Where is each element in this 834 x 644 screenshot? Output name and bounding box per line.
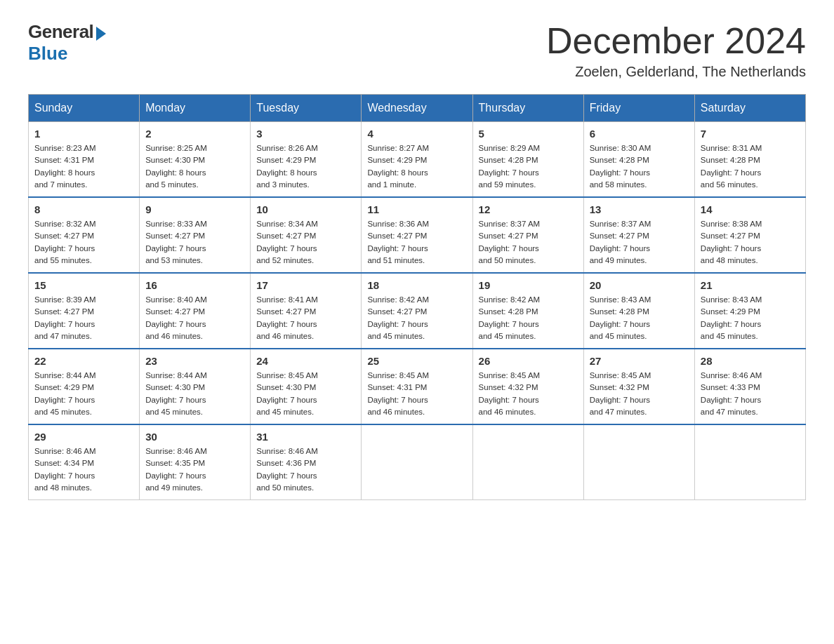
day-info: Sunrise: 8:38 AM Sunset: 4:27 PM Dayligh…: [701, 218, 800, 267]
day-info: Sunrise: 8:33 AM Sunset: 4:27 PM Dayligh…: [145, 218, 244, 267]
day-number: 16: [145, 279, 244, 291]
month-title: December 2024: [546, 21, 806, 61]
page-header: General Blue December 2024 Zoelen, Gelde…: [28, 21, 806, 80]
logo-arrow-icon: [96, 27, 106, 41]
calendar-day-cell: 3Sunrise: 8:26 AM Sunset: 4:29 PM Daylig…: [251, 122, 362, 198]
day-info: Sunrise: 8:34 AM Sunset: 4:27 PM Dayligh…: [256, 218, 355, 267]
calendar-day-cell: 6Sunrise: 8:30 AM Sunset: 4:28 PM Daylig…: [583, 122, 694, 198]
calendar-day-cell: 9Sunrise: 8:33 AM Sunset: 4:27 PM Daylig…: [140, 197, 251, 273]
day-number: 14: [701, 203, 800, 215]
day-number: 4: [367, 128, 466, 140]
day-number: 2: [145, 128, 244, 140]
logo-general-text: General: [28, 21, 93, 43]
day-info: Sunrise: 8:42 AM Sunset: 4:27 PM Dayligh…: [367, 294, 466, 342]
day-number: 1: [34, 128, 133, 140]
calendar-day-cell: 4Sunrise: 8:27 AM Sunset: 4:29 PM Daylig…: [362, 122, 472, 198]
calendar-week-row: 15Sunrise: 8:39 AM Sunset: 4:27 PM Dayli…: [29, 273, 806, 349]
calendar-day-cell: [694, 424, 805, 500]
day-number: 10: [256, 203, 355, 215]
day-info: Sunrise: 8:37 AM Sunset: 4:27 PM Dayligh…: [479, 218, 578, 267]
day-number: 22: [34, 355, 133, 367]
day-number: 29: [34, 431, 133, 443]
day-info: Sunrise: 8:27 AM Sunset: 4:29 PM Dayligh…: [367, 142, 466, 191]
calendar-day-cell: 24Sunrise: 8:45 AM Sunset: 4:30 PM Dayli…: [251, 349, 362, 424]
calendar-day-cell: 18Sunrise: 8:42 AM Sunset: 4:27 PM Dayli…: [362, 273, 472, 349]
day-info: Sunrise: 8:45 AM Sunset: 4:30 PM Dayligh…: [256, 370, 355, 418]
calendar-day-header: Monday: [140, 95, 251, 122]
day-info: Sunrise: 8:46 AM Sunset: 4:36 PM Dayligh…: [256, 445, 355, 494]
calendar-week-row: 1Sunrise: 8:23 AM Sunset: 4:31 PM Daylig…: [29, 122, 806, 198]
calendar-day-cell: 13Sunrise: 8:37 AM Sunset: 4:27 PM Dayli…: [583, 197, 694, 273]
day-info: Sunrise: 8:42 AM Sunset: 4:28 PM Dayligh…: [479, 294, 578, 342]
calendar-day-cell: 23Sunrise: 8:44 AM Sunset: 4:30 PM Dayli…: [140, 349, 251, 424]
day-info: Sunrise: 8:37 AM Sunset: 4:27 PM Dayligh…: [590, 218, 689, 267]
day-number: 19: [479, 279, 578, 291]
calendar-week-row: 22Sunrise: 8:44 AM Sunset: 4:29 PM Dayli…: [29, 349, 806, 424]
day-info: Sunrise: 8:46 AM Sunset: 4:35 PM Dayligh…: [145, 445, 244, 494]
calendar-day-cell: 21Sunrise: 8:43 AM Sunset: 4:29 PM Dayli…: [694, 273, 805, 349]
calendar-day-cell: 22Sunrise: 8:44 AM Sunset: 4:29 PM Dayli…: [29, 349, 140, 424]
calendar-day-cell: 1Sunrise: 8:23 AM Sunset: 4:31 PM Daylig…: [29, 122, 140, 198]
calendar-day-cell: [583, 424, 694, 500]
calendar-day-cell: 14Sunrise: 8:38 AM Sunset: 4:27 PM Dayli…: [694, 197, 805, 273]
calendar-day-cell: 15Sunrise: 8:39 AM Sunset: 4:27 PM Dayli…: [29, 273, 140, 349]
day-info: Sunrise: 8:43 AM Sunset: 4:28 PM Dayligh…: [590, 294, 689, 342]
day-info: Sunrise: 8:43 AM Sunset: 4:29 PM Dayligh…: [701, 294, 800, 342]
day-info: Sunrise: 8:29 AM Sunset: 4:28 PM Dayligh…: [479, 142, 578, 191]
calendar-week-row: 29Sunrise: 8:46 AM Sunset: 4:34 PM Dayli…: [29, 424, 806, 500]
calendar-body: 1Sunrise: 8:23 AM Sunset: 4:31 PM Daylig…: [29, 122, 806, 500]
day-info: Sunrise: 8:30 AM Sunset: 4:28 PM Dayligh…: [590, 142, 689, 191]
calendar-day-cell: 16Sunrise: 8:40 AM Sunset: 4:27 PM Dayli…: [140, 273, 251, 349]
day-number: 26: [479, 355, 578, 367]
calendar-day-cell: [362, 424, 472, 500]
day-info: Sunrise: 8:46 AM Sunset: 4:34 PM Dayligh…: [34, 445, 133, 494]
day-number: 9: [145, 203, 244, 215]
day-info: Sunrise: 8:45 AM Sunset: 4:32 PM Dayligh…: [479, 370, 578, 418]
day-number: 31: [256, 431, 355, 443]
day-info: Sunrise: 8:46 AM Sunset: 4:33 PM Dayligh…: [701, 370, 800, 418]
calendar-day-cell: 29Sunrise: 8:46 AM Sunset: 4:34 PM Dayli…: [29, 424, 140, 500]
calendar-day-cell: 30Sunrise: 8:46 AM Sunset: 4:35 PM Dayli…: [140, 424, 251, 500]
calendar-day-cell: 28Sunrise: 8:46 AM Sunset: 4:33 PM Dayli…: [694, 349, 805, 424]
day-info: Sunrise: 8:32 AM Sunset: 4:27 PM Dayligh…: [34, 218, 133, 267]
calendar-day-cell: 10Sunrise: 8:34 AM Sunset: 4:27 PM Dayli…: [251, 197, 362, 273]
calendar-week-row: 8Sunrise: 8:32 AM Sunset: 4:27 PM Daylig…: [29, 197, 806, 273]
day-info: Sunrise: 8:23 AM Sunset: 4:31 PM Dayligh…: [34, 142, 133, 191]
calendar-day-cell: 2Sunrise: 8:25 AM Sunset: 4:30 PM Daylig…: [140, 122, 251, 198]
calendar-day-cell: [472, 424, 583, 500]
day-info: Sunrise: 8:31 AM Sunset: 4:28 PM Dayligh…: [701, 142, 800, 191]
location-text: Zoelen, Gelderland, The Netherlands: [546, 64, 806, 80]
day-number: 11: [367, 203, 466, 215]
day-number: 8: [34, 203, 133, 215]
day-number: 5: [479, 128, 578, 140]
calendar-day-header: Saturday: [694, 95, 805, 122]
day-number: 21: [701, 279, 800, 291]
day-number: 30: [145, 431, 244, 443]
day-number: 17: [256, 279, 355, 291]
day-number: 6: [590, 128, 689, 140]
logo-blue-text: Blue: [28, 43, 67, 65]
day-info: Sunrise: 8:41 AM Sunset: 4:27 PM Dayligh…: [256, 294, 355, 342]
calendar-day-cell: 17Sunrise: 8:41 AM Sunset: 4:27 PM Dayli…: [251, 273, 362, 349]
day-number: 25: [367, 355, 466, 367]
day-number: 28: [701, 355, 800, 367]
calendar-day-cell: 5Sunrise: 8:29 AM Sunset: 4:28 PM Daylig…: [472, 122, 583, 198]
calendar-day-header: Thursday: [472, 95, 583, 122]
day-number: 7: [701, 128, 800, 140]
calendar-header-row: SundayMondayTuesdayWednesdayThursdayFrid…: [29, 95, 806, 122]
calendar-day-header: Sunday: [29, 95, 140, 122]
day-number: 23: [145, 355, 244, 367]
calendar-day-cell: 31Sunrise: 8:46 AM Sunset: 4:36 PM Dayli…: [251, 424, 362, 500]
calendar-day-cell: 12Sunrise: 8:37 AM Sunset: 4:27 PM Dayli…: [472, 197, 583, 273]
day-info: Sunrise: 8:36 AM Sunset: 4:27 PM Dayligh…: [367, 218, 466, 267]
title-section: December 2024 Zoelen, Gelderland, The Ne…: [546, 21, 806, 80]
calendar-day-header: Tuesday: [251, 95, 362, 122]
day-number: 24: [256, 355, 355, 367]
day-info: Sunrise: 8:44 AM Sunset: 4:30 PM Dayligh…: [145, 370, 244, 418]
calendar-day-cell: 7Sunrise: 8:31 AM Sunset: 4:28 PM Daylig…: [694, 122, 805, 198]
day-number: 15: [34, 279, 133, 291]
day-info: Sunrise: 8:45 AM Sunset: 4:31 PM Dayligh…: [367, 370, 466, 418]
day-info: Sunrise: 8:39 AM Sunset: 4:27 PM Dayligh…: [34, 294, 133, 342]
day-number: 27: [590, 355, 689, 367]
day-info: Sunrise: 8:44 AM Sunset: 4:29 PM Dayligh…: [34, 370, 133, 418]
